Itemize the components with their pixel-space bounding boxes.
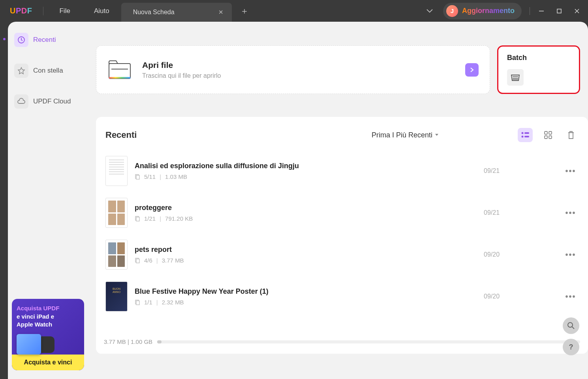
recent-section-title: Recenti xyxy=(105,130,372,140)
file-thumbnail: BUONANNO xyxy=(105,281,128,311)
file-row[interactable]: Analisi ed esplorazione sulla diffusione… xyxy=(105,150,579,192)
file-meta: 4/6|3.77 MB xyxy=(135,257,484,264)
file-thumbnail xyxy=(105,156,128,186)
promo-card[interactable]: Acquista UPDF e vinci iPad e Apple Watch… xyxy=(12,299,84,370)
promo-line: e vinci iPad e xyxy=(17,313,79,321)
minimize-button[interactable] xyxy=(532,3,550,19)
folder-icon xyxy=(107,60,132,80)
svg-rect-7 xyxy=(109,77,130,79)
svg-point-11 xyxy=(522,132,524,134)
promo-line: Acquista UPDF xyxy=(17,304,79,312)
tab-label: Nuova Scheda xyxy=(133,9,175,16)
sidebar-item-label: Con stella xyxy=(33,67,63,75)
svg-rect-18 xyxy=(549,136,552,139)
add-tab-button[interactable]: ＋ xyxy=(237,5,252,17)
file-name: proteggere xyxy=(135,204,484,212)
svg-rect-15 xyxy=(545,131,547,134)
grid-view-button[interactable] xyxy=(541,128,556,142)
promo-cta-button[interactable]: Acquista e vinci xyxy=(12,355,84,370)
cloud-icon xyxy=(14,94,28,109)
svg-rect-16 xyxy=(549,131,552,134)
list-view-button[interactable] xyxy=(518,128,533,142)
upgrade-button[interactable]: J Aggiornamento xyxy=(443,3,522,19)
storage-usage: 3.77 MB | 1.00 GB xyxy=(104,338,152,345)
more-icon[interactable]: ••• xyxy=(563,208,579,218)
svg-rect-26 xyxy=(136,301,139,305)
menu-file[interactable]: File xyxy=(47,7,82,15)
storage-bar xyxy=(157,340,580,343)
pages-icon xyxy=(135,216,140,221)
svg-rect-17 xyxy=(545,136,547,139)
help-icon: ? xyxy=(569,343,573,351)
more-icon[interactable]: ••• xyxy=(563,292,579,301)
svg-point-13 xyxy=(522,136,524,138)
svg-rect-20 xyxy=(136,175,139,179)
upgrade-label: Aggiornamento xyxy=(462,7,515,15)
sidebar-item-recent[interactable]: Recenti xyxy=(12,30,84,49)
file-meta: 1/1|2.32 MB xyxy=(135,299,484,306)
sidebar-item-cloud[interactable]: UPDF Cloud xyxy=(12,92,84,111)
tabs-dropdown-icon[interactable] xyxy=(422,9,438,13)
svg-rect-1 xyxy=(557,9,561,13)
svg-rect-12 xyxy=(524,132,529,134)
more-icon[interactable]: ••• xyxy=(563,250,579,259)
file-thumbnail xyxy=(105,198,128,228)
file-row[interactable]: BUONANNO Blue Festive Happy New Year Pos… xyxy=(105,276,579,317)
file-row[interactable]: proteggere 1/21|791.20 KB 09/21 ••• xyxy=(105,192,579,234)
more-icon[interactable]: ••• xyxy=(563,167,579,176)
indicator-dot xyxy=(3,38,6,40)
svg-line-28 xyxy=(572,327,574,329)
open-file-card[interactable]: Apri file Trascina qui il file per aprir… xyxy=(96,45,490,94)
open-file-subtitle: Trascina qui il file per aprirlo xyxy=(142,72,455,79)
file-name: pets report xyxy=(135,246,484,254)
file-date: 09/21 xyxy=(484,167,563,174)
promo-line: Apple Watch xyxy=(17,321,79,328)
svg-rect-14 xyxy=(524,136,529,137)
help-button[interactable]: ? xyxy=(563,339,579,355)
svg-point-27 xyxy=(568,323,573,327)
pages-icon xyxy=(135,258,140,263)
tab-new[interactable]: Nuova Scheda ✕ xyxy=(121,3,232,22)
sidebar-item-label: UPDF Cloud xyxy=(33,98,71,105)
chevron-right-icon[interactable] xyxy=(465,63,479,77)
separator xyxy=(43,7,43,15)
file-date: 09/21 xyxy=(484,209,563,216)
separator xyxy=(530,7,530,15)
file-thumbnail xyxy=(105,240,128,270)
close-button[interactable] xyxy=(568,3,586,19)
sidebar-item-label: Recenti xyxy=(33,36,56,44)
chevron-down-icon xyxy=(435,133,439,137)
sidebar-item-starred[interactable]: Con stella xyxy=(12,61,84,80)
open-file-title: Apri file xyxy=(142,60,455,70)
close-icon[interactable]: ✕ xyxy=(216,7,226,17)
file-name: Analisi ed esplorazione sulla diffusione… xyxy=(135,162,484,170)
file-meta: 1/21|791.20 KB xyxy=(135,215,484,222)
svg-rect-5 xyxy=(109,64,130,79)
file-date: 09/20 xyxy=(484,251,563,258)
file-row[interactable]: pets report 4/6|3.77 MB 09/20 ••• xyxy=(105,234,579,276)
batch-card: Batch xyxy=(497,45,580,94)
clock-icon xyxy=(14,33,28,47)
app-logo: UPDF xyxy=(0,6,39,15)
search-button[interactable] xyxy=(563,317,579,334)
file-name: Blue Festive Happy New Year Poster (1) xyxy=(135,287,484,296)
batch-icon[interactable] xyxy=(507,69,524,86)
delete-button[interactable] xyxy=(564,128,579,142)
star-icon xyxy=(14,64,28,78)
pages-icon xyxy=(135,300,140,305)
svg-rect-22 xyxy=(136,217,139,221)
file-date: 09/20 xyxy=(484,293,563,300)
batch-title: Batch xyxy=(507,54,570,62)
menu-help[interactable]: Aiuto xyxy=(82,7,121,15)
pages-icon xyxy=(135,174,140,180)
avatar: J xyxy=(446,5,458,17)
sort-label: Prima I Più Recenti xyxy=(372,131,432,139)
sort-dropdown[interactable]: Prima I Più Recenti xyxy=(372,131,439,139)
promo-image xyxy=(17,331,79,355)
svg-rect-24 xyxy=(136,259,139,263)
file-meta: 5/11|1.03 MB xyxy=(135,173,484,180)
maximize-button[interactable] xyxy=(550,3,568,19)
